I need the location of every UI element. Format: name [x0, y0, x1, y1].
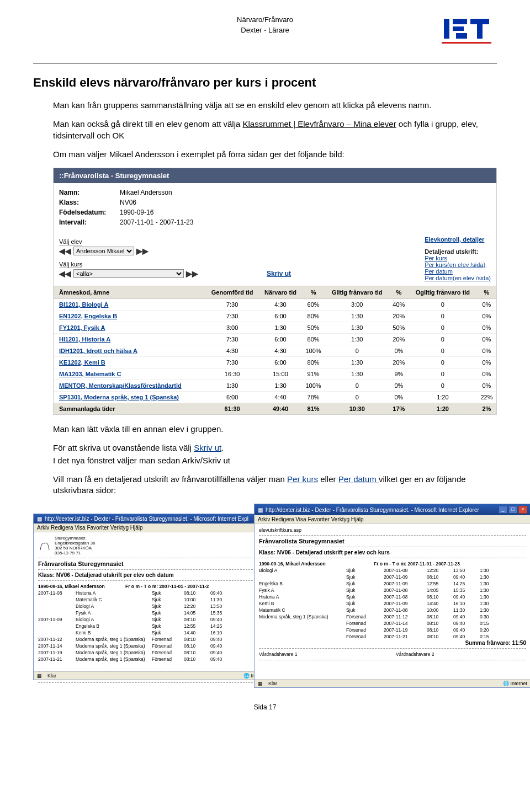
ie1-internet-icon: 🌐: [243, 673, 250, 679]
ie2-status-done-icon: ▦: [258, 681, 263, 686]
list-item: Engelska BSjuk12:5514:25: [38, 623, 267, 629]
elevkontroll-link[interactable]: Elevkontroll, detaljer: [425, 236, 491, 243]
svg-rect-5: [477, 24, 483, 39]
per-kurs-textlink[interactable]: Per kurs: [287, 474, 318, 484]
paragraph-3: Om man väljer Mikael Andersson i exemple…: [53, 149, 497, 160]
svg-rect-4: [470, 19, 489, 24]
list-item: Moderna språk, steg 1 (Spanska)Försenad2…: [259, 613, 526, 620]
valj-elev-select[interactable]: Andersson Mikael: [73, 247, 134, 255]
next-elev-icon[interactable]: ▶▶: [136, 247, 149, 255]
table-row: IDH1201, Idrott och hälsa A4:304:30100%0…: [54, 345, 496, 357]
paragraph-5: För att skriva ut ovanstående lista välj…: [53, 442, 497, 453]
ie2-menubar[interactable]: Arkiv Redigera Visa Favoriter Verktyg Hj…: [255, 515, 530, 524]
prev-kurs-icon[interactable]: ◀◀: [59, 269, 71, 278]
list-item: 2007-11-21Moderna språk, steg 1 (Spanska…: [38, 656, 267, 663]
ie1-menubar[interactable]: Arkiv Redigera Visa Favoriter Verktyg Hj…: [34, 523, 271, 532]
close-button[interactable]: ×: [518, 506, 527, 514]
list-item: 2007-11-14Moderna språk, steg 1 (Spanska…: [38, 643, 267, 649]
ie1-status-done-icon: ▦: [37, 673, 42, 679]
header-line2: Dexter - Lärare: [33, 26, 497, 34]
list-item: Matematik CSjuk10:0011:30: [38, 596, 267, 603]
minimize-button[interactable]: _: [499, 506, 507, 514]
per-datum-textlink[interactable]: Per datum: [338, 474, 379, 484]
franvarolista-panel: ::Frånvarolista - Sturegymnasiet Namn:Mi…: [53, 168, 497, 415]
paragraph-1: Man kan från gruppens sammanställning vä…: [53, 100, 497, 111]
list-item: 2007-11-19Moderna språk, steg 1 (Spanska…: [38, 649, 267, 656]
svg-rect-6: [442, 42, 491, 44]
list-item: Försenad2007-11-1908:1009:400:20: [259, 627, 526, 633]
ie2-heading: Frånvarolista Sturegymnasiet: [259, 538, 526, 544]
table-sum-row: Sammanlagda tider61:3049:4081%10:3017%1:…: [54, 403, 496, 415]
ie1-heading: Frånvarolista Sturegymnasiet: [38, 560, 267, 567]
next-kurs-icon[interactable]: ▶▶: [186, 269, 198, 278]
list-item: Engelska BSjuk2007-11-0912:5514:251:30: [259, 580, 526, 587]
maximize-button[interactable]: □: [508, 506, 517, 514]
paragraph-6: I det nya fönstret väljer man sedan Arki…: [53, 455, 497, 466]
header-line1: Närvaro/Frånvaro: [33, 15, 497, 24]
list-item: Biologi ASjuk12:2013:50: [38, 603, 267, 610]
table-row: FY1201, Fysik A3:001:3050%1:3050%00%: [54, 322, 496, 334]
list-item: Matematik CSjuk2007-11-0810:0011:301:30: [259, 607, 526, 613]
ie-window-per-datum: ▦ http://dexter.ist.biz - Dexter - Frånv…: [33, 514, 272, 680]
page-title: Enskild elevs närvaro/frånvaro per kurs …: [33, 76, 497, 90]
table-row: MA1203, Matematik C16:3015:0091%1:309%00…: [54, 368, 496, 380]
prev-elev-icon[interactable]: ◀◀: [59, 247, 71, 255]
table-row: SP1301, Moderna språk, steg 1 (Spanska)6…: [54, 392, 496, 403]
list-item: Historia ASjuk2007-11-0808:1009:401:30: [259, 594, 526, 600]
ie2-internet-icon: 🌐: [503, 681, 509, 686]
per-datum-en-elev-link[interactable]: Per datum(en elev /sida): [425, 275, 491, 281]
list-item: Kemi BSjuk2007-11-0914:4016:101:30: [259, 600, 526, 607]
paragraph-7: Vill man få en detaljerad utskrift av fr…: [53, 474, 497, 496]
table-row: HI1201, Historia A7:306:0080%1:3020%00%: [54, 334, 496, 345]
list-item: Försenad2007-11-1408:1009:400:15: [259, 620, 526, 627]
per-datum-link[interactable]: Per datum: [425, 268, 491, 275]
list-item: Sjuk2007-11-0908:1009:401:30: [259, 574, 526, 580]
list-item: 2007-11-08Historia ASjuk08:1009:40: [38, 590, 267, 596]
ie-page-icon: ▦: [258, 507, 263, 513]
table-row: KE1202, Kemi B7:306:0080%1:3020%00%: [54, 357, 496, 368]
table-row: BI1201, Biologi A7:304:3060%3:0040%00%: [54, 299, 496, 311]
svg-rect-0: [444, 19, 449, 39]
valj-kurs-select[interactable]: <alla>: [73, 269, 184, 278]
svg-rect-1: [453, 19, 467, 24]
franvaro-table: Ämneskod, ämneGenomförd tidNärvaro tid%G…: [54, 286, 496, 414]
list-item: 2007-11-09Biologi ASjuk08:1009:40: [38, 616, 267, 623]
school-logo-icon: [38, 539, 51, 552]
list-item: Biologi ASjuk2007-11-0812:2013:501:30: [259, 567, 526, 574]
svg-rect-3: [456, 33, 467, 39]
header-rule: [33, 63, 497, 63]
table-row: MENTOR, Mentorskap/Klassföreståndartid1:…: [54, 380, 496, 392]
doc-header: Närvaro/Frånvaro Dexter - Lärare: [33, 15, 497, 34]
ie2-title: http://dexter.ist.biz - Dexter - Frånvar…: [266, 507, 479, 513]
page-footer: Sida 17: [33, 703, 497, 711]
detaljerad-label: Detaljerad utskrift:: [425, 248, 478, 255]
paragraph-2: Man kan också gå direkt till en elev gen…: [53, 119, 497, 141]
paragraph-4: Man kan lätt växla till en annan elev i …: [53, 424, 497, 435]
per-kurs-link[interactable]: Per kurs: [425, 255, 491, 261]
ie1-title: http://dexter.ist.biz - Dexter - Frånvar…: [45, 516, 248, 522]
list-item: Kemi BSjuk14:4016:10: [38, 629, 267, 636]
svg-rect-2: [453, 26, 464, 31]
list-item: Fysik ASjuk2007-11-0814:0515:351:30: [259, 587, 526, 594]
list-item: Försenad2007-11-2108:1009:400:15: [259, 633, 526, 640]
valj-kurs-label: Välj kurs: [59, 261, 82, 268]
panel-title: ::Frånvarolista - Sturegymnasiet: [54, 168, 496, 183]
ie-page-icon: ▦: [37, 516, 42, 522]
list-item: 2007-11-12Moderna språk, steg 1 (Spanska…: [38, 636, 267, 643]
valj-elev-label: Välj elev: [59, 238, 82, 245]
list-item: Fysik ASjuk14:0515:35: [38, 610, 267, 616]
ist-logo: [436, 15, 497, 50]
table-row: EN1202, Engelska B7:306:0080%1:3020%00%: [54, 311, 496, 322]
skriv-ut-textlink[interactable]: Skriv ut: [194, 443, 221, 452]
ie-window-per-kurs: ▦ http://dexter.ist.biz - Dexter - Frånv…: [254, 504, 530, 688]
per-kurs-en-elev-link[interactable]: Per kurs(en elev /sida): [425, 261, 491, 268]
skriv-ut-link[interactable]: Skriv ut: [267, 270, 291, 277]
